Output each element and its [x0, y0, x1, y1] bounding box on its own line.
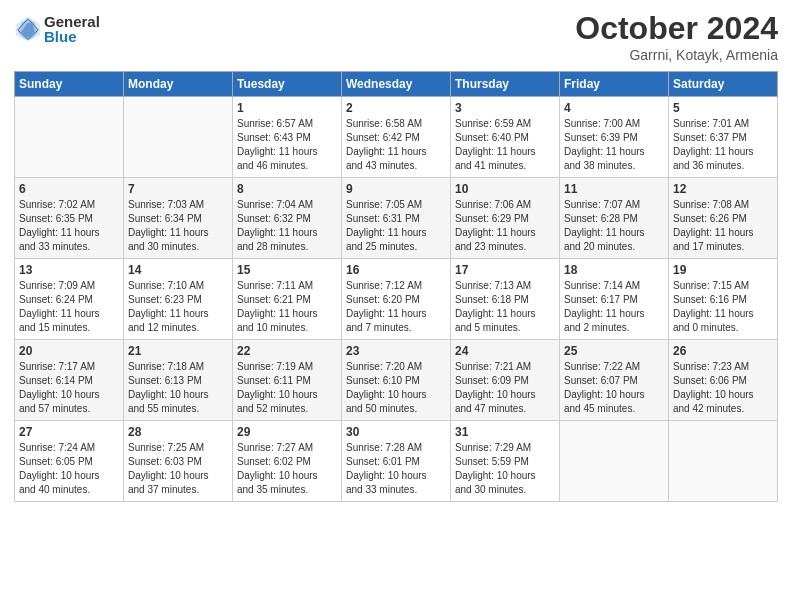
calendar-location: Garrni, Kotayk, Armenia [575, 47, 778, 63]
day-detail: Sunrise: 7:08 AMSunset: 6:26 PMDaylight:… [673, 198, 773, 254]
calendar-cell: 19 Sunrise: 7:15 AMSunset: 6:16 PMDaylig… [669, 259, 778, 340]
calendar-cell: 14 Sunrise: 7:10 AMSunset: 6:23 PMDaylig… [124, 259, 233, 340]
day-number: 14 [128, 263, 228, 277]
day-number: 29 [237, 425, 337, 439]
day-detail: Sunrise: 7:09 AMSunset: 6:24 PMDaylight:… [19, 279, 119, 335]
day-number: 18 [564, 263, 664, 277]
day-detail: Sunrise: 7:01 AMSunset: 6:37 PMDaylight:… [673, 117, 773, 173]
calendar-cell: 24 Sunrise: 7:21 AMSunset: 6:09 PMDaylig… [451, 340, 560, 421]
weekday-header: Thursday [451, 72, 560, 97]
calendar-cell: 31 Sunrise: 7:29 AMSunset: 5:59 PMDaylig… [451, 421, 560, 502]
day-number: 26 [673, 344, 773, 358]
day-detail: Sunrise: 7:12 AMSunset: 6:20 PMDaylight:… [346, 279, 446, 335]
day-number: 19 [673, 263, 773, 277]
calendar-week-row: 27 Sunrise: 7:24 AMSunset: 6:05 PMDaylig… [15, 421, 778, 502]
calendar-cell: 16 Sunrise: 7:12 AMSunset: 6:20 PMDaylig… [342, 259, 451, 340]
day-detail: Sunrise: 7:07 AMSunset: 6:28 PMDaylight:… [564, 198, 664, 254]
weekday-header: Sunday [15, 72, 124, 97]
day-detail: Sunrise: 7:29 AMSunset: 5:59 PMDaylight:… [455, 441, 555, 497]
calendar-cell: 8 Sunrise: 7:04 AMSunset: 6:32 PMDayligh… [233, 178, 342, 259]
day-number: 17 [455, 263, 555, 277]
day-number: 4 [564, 101, 664, 115]
logo-text: General Blue [44, 14, 100, 44]
calendar-cell: 5 Sunrise: 7:01 AMSunset: 6:37 PMDayligh… [669, 97, 778, 178]
calendar-cell [560, 421, 669, 502]
day-detail: Sunrise: 7:04 AMSunset: 6:32 PMDaylight:… [237, 198, 337, 254]
calendar-cell [15, 97, 124, 178]
day-number: 5 [673, 101, 773, 115]
calendar-cell: 23 Sunrise: 7:20 AMSunset: 6:10 PMDaylig… [342, 340, 451, 421]
logo-general: General [44, 14, 100, 29]
title-block: October 2024 Garrni, Kotayk, Armenia [575, 10, 778, 63]
day-number: 25 [564, 344, 664, 358]
day-detail: Sunrise: 7:14 AMSunset: 6:17 PMDaylight:… [564, 279, 664, 335]
weekday-header: Wednesday [342, 72, 451, 97]
day-detail: Sunrise: 7:11 AMSunset: 6:21 PMDaylight:… [237, 279, 337, 335]
calendar-cell: 6 Sunrise: 7:02 AMSunset: 6:35 PMDayligh… [15, 178, 124, 259]
day-detail: Sunrise: 7:15 AMSunset: 6:16 PMDaylight:… [673, 279, 773, 335]
day-detail: Sunrise: 7:17 AMSunset: 6:14 PMDaylight:… [19, 360, 119, 416]
day-number: 28 [128, 425, 228, 439]
day-number: 11 [564, 182, 664, 196]
calendar-cell: 2 Sunrise: 6:58 AMSunset: 6:42 PMDayligh… [342, 97, 451, 178]
day-number: 24 [455, 344, 555, 358]
calendar-cell: 9 Sunrise: 7:05 AMSunset: 6:31 PMDayligh… [342, 178, 451, 259]
day-number: 16 [346, 263, 446, 277]
day-detail: Sunrise: 7:28 AMSunset: 6:01 PMDaylight:… [346, 441, 446, 497]
day-number: 8 [237, 182, 337, 196]
calendar-cell: 13 Sunrise: 7:09 AMSunset: 6:24 PMDaylig… [15, 259, 124, 340]
day-detail: Sunrise: 6:59 AMSunset: 6:40 PMDaylight:… [455, 117, 555, 173]
day-number: 12 [673, 182, 773, 196]
calendar-cell [124, 97, 233, 178]
day-detail: Sunrise: 7:03 AMSunset: 6:34 PMDaylight:… [128, 198, 228, 254]
calendar-cell: 20 Sunrise: 7:17 AMSunset: 6:14 PMDaylig… [15, 340, 124, 421]
day-detail: Sunrise: 7:19 AMSunset: 6:11 PMDaylight:… [237, 360, 337, 416]
calendar-header-row: SundayMondayTuesdayWednesdayThursdayFrid… [15, 72, 778, 97]
calendar-week-row: 6 Sunrise: 7:02 AMSunset: 6:35 PMDayligh… [15, 178, 778, 259]
day-detail: Sunrise: 7:02 AMSunset: 6:35 PMDaylight:… [19, 198, 119, 254]
calendar-cell: 18 Sunrise: 7:14 AMSunset: 6:17 PMDaylig… [560, 259, 669, 340]
calendar-cell: 28 Sunrise: 7:25 AMSunset: 6:03 PMDaylig… [124, 421, 233, 502]
day-number: 9 [346, 182, 446, 196]
calendar-cell: 17 Sunrise: 7:13 AMSunset: 6:18 PMDaylig… [451, 259, 560, 340]
calendar-cell: 29 Sunrise: 7:27 AMSunset: 6:02 PMDaylig… [233, 421, 342, 502]
calendar-cell: 7 Sunrise: 7:03 AMSunset: 6:34 PMDayligh… [124, 178, 233, 259]
calendar-cell: 21 Sunrise: 7:18 AMSunset: 6:13 PMDaylig… [124, 340, 233, 421]
logo-icon [14, 15, 42, 43]
calendar-week-row: 20 Sunrise: 7:17 AMSunset: 6:14 PMDaylig… [15, 340, 778, 421]
calendar-cell: 10 Sunrise: 7:06 AMSunset: 6:29 PMDaylig… [451, 178, 560, 259]
calendar-cell: 3 Sunrise: 6:59 AMSunset: 6:40 PMDayligh… [451, 97, 560, 178]
day-detail: Sunrise: 7:18 AMSunset: 6:13 PMDaylight:… [128, 360, 228, 416]
day-number: 22 [237, 344, 337, 358]
calendar-cell: 25 Sunrise: 7:22 AMSunset: 6:07 PMDaylig… [560, 340, 669, 421]
calendar-cell [669, 421, 778, 502]
calendar-cell: 30 Sunrise: 7:28 AMSunset: 6:01 PMDaylig… [342, 421, 451, 502]
weekday-header: Tuesday [233, 72, 342, 97]
day-number: 15 [237, 263, 337, 277]
day-detail: Sunrise: 7:27 AMSunset: 6:02 PMDaylight:… [237, 441, 337, 497]
day-number: 7 [128, 182, 228, 196]
day-detail: Sunrise: 7:00 AMSunset: 6:39 PMDaylight:… [564, 117, 664, 173]
day-number: 21 [128, 344, 228, 358]
day-detail: Sunrise: 7:05 AMSunset: 6:31 PMDaylight:… [346, 198, 446, 254]
calendar-cell: 27 Sunrise: 7:24 AMSunset: 6:05 PMDaylig… [15, 421, 124, 502]
day-number: 6 [19, 182, 119, 196]
day-number: 27 [19, 425, 119, 439]
calendar-cell: 1 Sunrise: 6:57 AMSunset: 6:43 PMDayligh… [233, 97, 342, 178]
page-header: General Blue October 2024 Garrni, Kotayk… [14, 10, 778, 63]
day-number: 10 [455, 182, 555, 196]
page-container: General Blue October 2024 Garrni, Kotayk… [0, 0, 792, 516]
day-detail: Sunrise: 7:21 AMSunset: 6:09 PMDaylight:… [455, 360, 555, 416]
calendar-cell: 4 Sunrise: 7:00 AMSunset: 6:39 PMDayligh… [560, 97, 669, 178]
weekday-header: Monday [124, 72, 233, 97]
calendar-cell: 26 Sunrise: 7:23 AMSunset: 6:06 PMDaylig… [669, 340, 778, 421]
day-detail: Sunrise: 7:20 AMSunset: 6:10 PMDaylight:… [346, 360, 446, 416]
day-detail: Sunrise: 7:23 AMSunset: 6:06 PMDaylight:… [673, 360, 773, 416]
day-number: 31 [455, 425, 555, 439]
calendar-week-row: 13 Sunrise: 7:09 AMSunset: 6:24 PMDaylig… [15, 259, 778, 340]
day-number: 3 [455, 101, 555, 115]
day-detail: Sunrise: 7:06 AMSunset: 6:29 PMDaylight:… [455, 198, 555, 254]
day-number: 2 [346, 101, 446, 115]
day-number: 1 [237, 101, 337, 115]
calendar-cell: 12 Sunrise: 7:08 AMSunset: 6:26 PMDaylig… [669, 178, 778, 259]
